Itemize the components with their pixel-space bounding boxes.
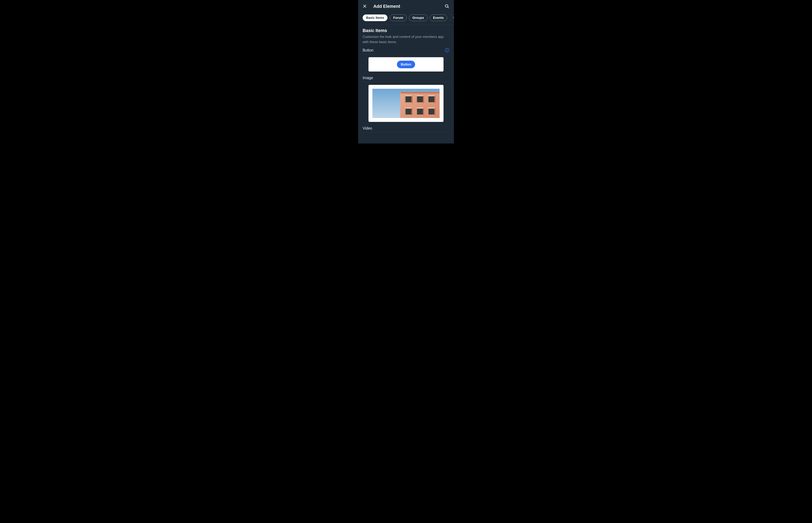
svg-rect-15 — [417, 96, 423, 102]
svg-rect-27 — [417, 109, 423, 114]
close-button[interactable] — [363, 4, 367, 8]
element-item-button: Button Button — [363, 48, 449, 72]
svg-marker-17 — [423, 95, 424, 103]
svg-marker-20 — [427, 95, 435, 96]
svg-rect-6 — [447, 50, 448, 51]
svg-marker-21 — [434, 95, 436, 103]
item-label-button: Button — [363, 48, 374, 53]
search-button[interactable] — [445, 4, 449, 9]
add-element-panel: Add Element Basic Items Forum Groups Eve… — [358, 0, 454, 144]
info-button[interactable] — [445, 48, 449, 53]
svg-rect-23 — [405, 109, 411, 114]
panel-content: Basic Items Customize the look and conte… — [358, 24, 454, 132]
sample-building-image — [372, 89, 440, 118]
section-description: Customize the look and content of your m… — [363, 34, 449, 44]
svg-marker-33 — [434, 107, 436, 115]
close-icon — [363, 4, 367, 9]
svg-marker-9 — [400, 92, 440, 93]
sample-button: Button — [397, 61, 415, 68]
svg-rect-19 — [429, 96, 434, 102]
tab-events[interactable]: Events — [430, 15, 447, 21]
item-header: Button — [363, 48, 449, 54]
svg-marker-32 — [427, 107, 435, 109]
image-preview-card[interactable] — [369, 85, 443, 122]
svg-marker-12 — [404, 95, 413, 96]
svg-marker-29 — [423, 107, 424, 115]
svg-rect-31 — [429, 109, 434, 114]
item-header: Image — [363, 76, 449, 82]
svg-marker-28 — [416, 107, 424, 109]
svg-marker-16 — [416, 95, 424, 96]
element-item-image: Image — [363, 76, 449, 122]
item-label-video: Video — [363, 126, 372, 130]
element-item-video: Video — [363, 126, 449, 132]
section-title: Basic Items — [363, 28, 449, 33]
tab-basic-items[interactable]: Basic Items — [363, 15, 388, 21]
tab-forum[interactable]: Forum — [390, 15, 407, 21]
svg-marker-13 — [411, 95, 413, 103]
category-tabs: Basic Items Forum Groups Events Blog — [358, 13, 454, 24]
item-label-image: Image — [363, 76, 373, 80]
svg-marker-25 — [411, 107, 413, 115]
panel-header: Add Element — [358, 0, 454, 13]
svg-line-3 — [448, 7, 449, 8]
svg-marker-24 — [404, 107, 413, 109]
svg-point-5 — [447, 49, 448, 50]
info-icon — [445, 50, 449, 53]
search-icon — [445, 4, 449, 9]
svg-rect-11 — [405, 96, 411, 102]
tab-groups[interactable]: Groups — [409, 15, 427, 21]
button-preview-card[interactable]: Button — [369, 57, 443, 72]
panel-title: Add Element — [373, 4, 438, 9]
item-header: Video — [363, 126, 449, 132]
tab-blog[interactable]: Blog — [449, 15, 454, 21]
